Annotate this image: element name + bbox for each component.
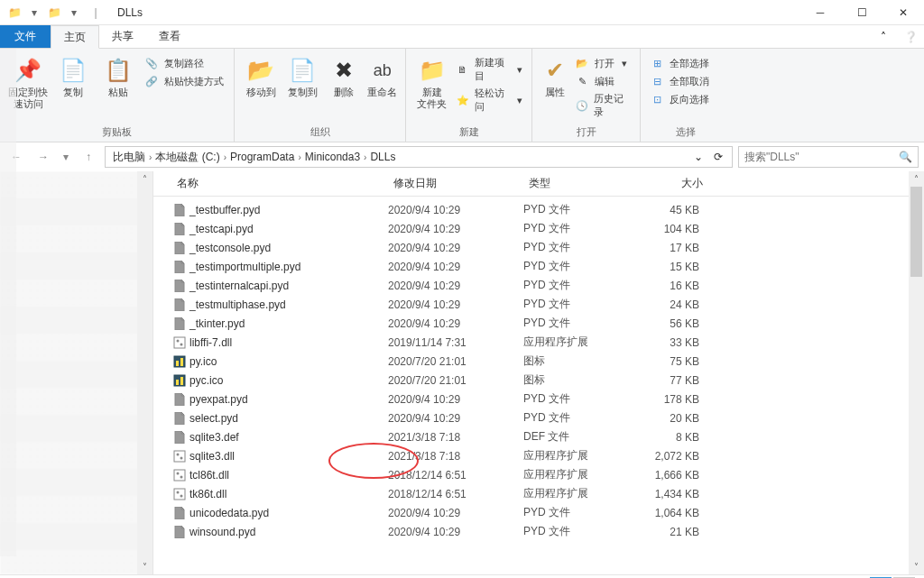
file-name: select.pyd [188, 412, 388, 425]
file-icon [171, 487, 188, 501]
file-icon [171, 354, 188, 369]
help-icon[interactable]: ❔ [897, 25, 924, 48]
minimize-button[interactable]: ─ [799, 0, 841, 25]
scroll-up-icon[interactable]: ˄ [137, 171, 152, 187]
invert-select-button[interactable]: ⊡反向选择 [650, 92, 709, 106]
file-icon [171, 279, 188, 293]
crumb-pc[interactable]: 比电脑 [109, 150, 149, 165]
history-button[interactable]: 🕓历史记录 [575, 92, 631, 119]
scroll-down-icon[interactable]: ˅ [137, 559, 152, 574]
col-size[interactable]: 大小 [627, 176, 708, 191]
col-modified[interactable]: 修改日期 [388, 176, 523, 191]
moveto-button[interactable]: 📂 移动到 [240, 52, 282, 98]
file-row[interactable]: sqlite3.dll2021/3/18 7:18应用程序扩展2,072 KB [171, 446, 924, 465]
forward-button[interactable]: → [32, 146, 54, 168]
new-item-button[interactable]: 🗎新建项目▾ [457, 56, 522, 83]
file-row[interactable]: _testmultiphase.pyd2020/9/4 10:29PYD 文件2… [171, 295, 924, 314]
dropdown-icon[interactable]: ▾ [27, 5, 42, 20]
scroll-up-icon[interactable]: ˄ [909, 171, 924, 187]
new-folder-button[interactable]: 📁 新建 文件夹 [411, 52, 453, 110]
file-row[interactable]: _testinternalcapi.pyd2020/9/4 10:29PYD 文… [171, 276, 924, 295]
file-row[interactable]: select.pyd2020/9/4 10:29PYD 文件20 KB [171, 408, 924, 427]
select-none-button[interactable]: ⊟全部取消 [650, 74, 709, 88]
pin-button[interactable]: 📌 固定到快 速访问 [5, 52, 51, 110]
file-name: pyexpat.pyd [188, 393, 388, 406]
overflow-icon[interactable]: ▾ [67, 5, 81, 20]
collapse-ribbon-icon[interactable]: ˄ [870, 25, 897, 48]
file-row[interactable]: unicodedata.pyd2020/9/4 10:29PYD 文件1,064… [171, 503, 924, 522]
file-date: 2020/9/4 10:29 [388, 261, 523, 273]
col-type[interactable]: 类型 [523, 176, 627, 191]
file-name: pyc.ico [188, 374, 388, 387]
maximize-button[interactable]: ☐ [841, 0, 882, 25]
crumb-miniconda[interactable]: Miniconda3 [301, 151, 364, 163]
search-icon[interactable]: 🔍 [899, 151, 912, 163]
file-row[interactable]: _testconsole.pyd2020/9/4 10:29PYD 文件17 K… [171, 238, 924, 257]
file-menu[interactable]: 文件 [0, 25, 51, 48]
svg-rect-4 [176, 361, 179, 366]
up-button[interactable]: ↑ [78, 146, 99, 168]
back-button[interactable]: ← [5, 146, 27, 168]
edit-button[interactable]: ✎编辑 [575, 74, 631, 88]
file-row[interactable]: _tkinter.pyd2020/9/4 10:29PYD 文件56 KB [171, 314, 924, 333]
tab-share[interactable]: 共享 [99, 25, 146, 48]
copyto-button[interactable]: 📄 复制到 [282, 52, 323, 98]
sidebar-scrollbar[interactable]: ˄ ˅ [137, 171, 152, 574]
shortcut-icon: 🔗 [144, 74, 159, 88]
crumb-programdata[interactable]: ProgramData [226, 151, 298, 163]
scroll-thumb[interactable] [910, 187, 922, 277]
delete-button[interactable]: ✖ 删除 [323, 52, 365, 98]
file-row[interactable]: tcl86t.dll2018/12/14 6:51应用程序扩展1,666 KB [171, 465, 924, 484]
search-input[interactable] [744, 151, 899, 163]
properties-button[interactable]: ✔ 属性 [538, 52, 571, 98]
file-size: 8 KB [627, 431, 708, 444]
tab-home[interactable]: 主页 [51, 25, 99, 49]
file-header[interactable]: 名称 修改日期 类型 大小 [153, 171, 924, 197]
status-bar: 33 个项目 ☰ ▦ [0, 574, 924, 578]
easy-access-button[interactable]: ⭐轻松访问▾ [457, 87, 522, 114]
file-type: 应用程序扩展 [523, 448, 627, 463]
paste-button[interactable]: 📋 粘贴 [96, 52, 141, 98]
dropdown-icon[interactable]: ⌄ [688, 151, 708, 163]
file-row[interactable]: _testcapi.pyd2020/9/4 10:29PYD 文件104 KB [171, 219, 924, 238]
file-row[interactable]: winsound.pyd2020/9/4 10:29PYD 文件21 KB [171, 522, 924, 541]
scroll-down-icon[interactable]: ˅ [909, 559, 924, 574]
svg-point-11 [180, 456, 183, 459]
close-button[interactable]: ✕ [882, 0, 924, 25]
file-size: 17 KB [627, 242, 708, 254]
crumb-dlls[interactable]: DLLs [366, 151, 399, 163]
file-row[interactable]: pyexpat.pyd2020/9/4 10:29PYD 文件178 KB [171, 390, 924, 408]
select-all-icon: ⊞ [650, 56, 664, 70]
file-name: _tkinter.pyd [188, 317, 388, 330]
copy-path-button[interactable]: 📎复制路径 [144, 56, 224, 70]
crumb-drive[interactable]: 本地磁盘 (C:) [152, 150, 223, 165]
tab-view[interactable]: 查看 [146, 25, 193, 48]
file-row[interactable]: sqlite3.def2021/3/18 7:18DEF 文件8 KB [171, 427, 924, 446]
file-type: PYD 文件 [523, 297, 627, 312]
open-button[interactable]: 📂打开▾ [575, 56, 631, 70]
sidebar[interactable]: ˄ ˅ [0, 171, 153, 574]
rename-button[interactable]: ab 重命名 [365, 52, 400, 98]
breadcrumb[interactable]: 比电脑› 本地磁盘 (C:)› ProgramData› Miniconda3›… [105, 146, 733, 168]
col-name[interactable]: 名称 [171, 176, 388, 191]
search-box[interactable]: 🔍 [738, 146, 919, 168]
file-row[interactable]: libffi-7.dll2019/11/14 7:31应用程序扩展33 KB [171, 333, 924, 352]
file-date: 2020/9/4 10:29 [388, 507, 523, 519]
svg-rect-8 [180, 377, 183, 385]
main-scrollbar[interactable]: ˄ ˅ [909, 171, 924, 574]
svg-point-1 [177, 339, 180, 342]
group-label: 剪贴板 [0, 125, 234, 142]
refresh-icon[interactable]: ⟳ [708, 151, 728, 163]
file-row[interactable]: _testimportmultiple.pyd2020/9/4 10:29PYD… [171, 257, 924, 276]
file-row[interactable]: pyc.ico2020/7/20 21:01图标77 KB [171, 371, 924, 390]
file-type: PYD 文件 [523, 202, 627, 217]
svg-rect-0 [174, 337, 185, 348]
file-row[interactable]: tk86t.dll2018/12/14 6:51应用程序扩展1,434 KB [171, 484, 924, 503]
paste-shortcut-button[interactable]: 🔗粘贴快捷方式 [144, 74, 224, 88]
file-row[interactable]: _testbuffer.pyd2020/9/4 10:29PYD 文件45 KB [171, 200, 924, 219]
select-all-button[interactable]: ⊞全部选择 [650, 56, 709, 70]
file-row[interactable]: py.ico2020/7/20 21:01图标75 KB [171, 352, 924, 371]
recent-dropdown[interactable]: ▾ [60, 146, 72, 168]
file-type: 应用程序扩展 [523, 467, 627, 482]
copy-button[interactable]: 📄 复制 [51, 52, 96, 98]
